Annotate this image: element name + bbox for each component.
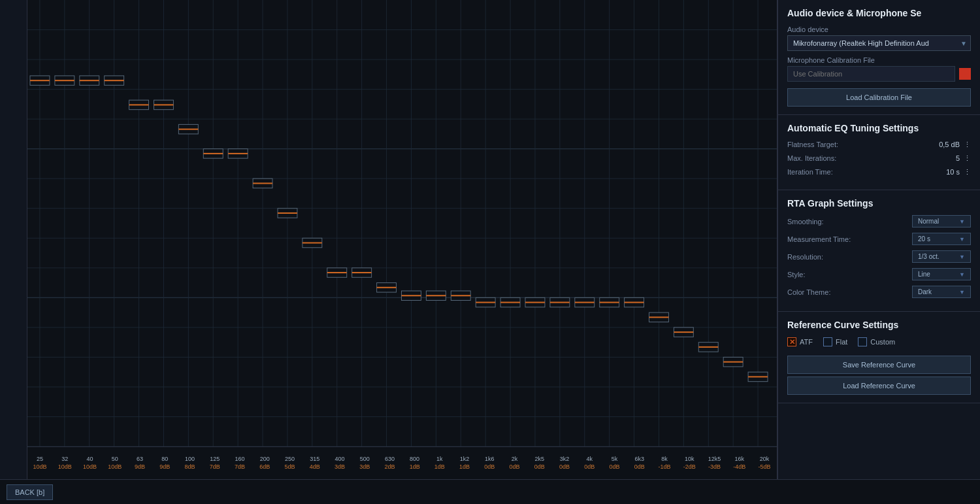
style-dropdown[interactable]: Line ▼ xyxy=(912,268,971,280)
eq-bar-28[interactable] xyxy=(723,357,743,366)
eq-bar-18[interactable] xyxy=(476,297,495,307)
gain-text-0: 10dB xyxy=(33,463,47,471)
audio-device-select-wrapper[interactable]: Mikrofonarray (Realtek High Definition A… xyxy=(787,35,971,51)
iterations-arrow: ⋮ xyxy=(964,154,971,163)
freq-text-5: 80 xyxy=(161,456,168,463)
gain-text-20: 0dB xyxy=(534,463,545,471)
eq-bar-11[interactable] xyxy=(302,238,322,247)
iterations-label: Max. Iterations: xyxy=(787,154,836,162)
graph-area: 2510dB3210dB4010dB5010dB639dB809dB1008dB… xyxy=(27,0,777,479)
measurement-dropdown-arrow: ▼ xyxy=(959,236,965,243)
eq-bar-27[interactable] xyxy=(698,343,718,352)
eq-graph-svg xyxy=(27,0,777,446)
eq-bar-25[interactable] xyxy=(649,312,669,322)
calibration-indicator xyxy=(959,68,971,80)
resolution-value: 1/3 oct. xyxy=(918,253,939,260)
iterations-value-wrapper[interactable]: 5 ⋮ xyxy=(956,154,971,163)
freq-text-24: 6k3 xyxy=(634,456,644,463)
eq-bar-20[interactable] xyxy=(525,297,545,307)
eq-bar-8[interactable] xyxy=(228,149,248,158)
iteration-time-row: Iteration Time: 10 s ⋮ xyxy=(787,168,971,176)
reference-checkbox-row: ✕ ATF Flat Custom xyxy=(787,337,971,346)
eq-bar-19[interactable] xyxy=(500,297,520,307)
gain-text-9: 6dB xyxy=(259,463,270,471)
freq-text-26: 10k xyxy=(685,456,694,463)
freq-label-0: 2510dB xyxy=(27,447,52,479)
eq-bar-10[interactable] xyxy=(278,209,297,218)
resolution-dropdown[interactable]: 1/3 oct. ▼ xyxy=(912,250,971,263)
freq-label-20: 2k50dB xyxy=(527,447,552,479)
color-theme-dropdown[interactable]: Dark ▼ xyxy=(912,286,971,298)
freq-label-7: 1257dB xyxy=(203,447,227,479)
gain-text-28: -4dB xyxy=(733,463,745,471)
freq-text-8: 160 xyxy=(235,456,244,463)
gain-text-26: -2dB xyxy=(683,463,696,471)
eq-bar-14[interactable] xyxy=(377,283,397,292)
load-reference-btn[interactable]: Load Reference Curve xyxy=(787,377,971,395)
freq-text-27: 12k5 xyxy=(708,456,721,463)
gain-text-13: 3dB xyxy=(359,463,370,471)
custom-checkbox[interactable]: Custom xyxy=(858,337,895,346)
calibration-input[interactable] xyxy=(787,66,955,82)
flat-checkbox[interactable]: Flat xyxy=(823,337,847,346)
freq-label-19: 2k0dB xyxy=(502,447,527,479)
gain-text-23: 0dB xyxy=(610,463,620,471)
freq-text-25: 8k xyxy=(661,456,668,463)
eq-bar-2[interactable] xyxy=(80,76,99,85)
resolution-dropdown-arrow: ▼ xyxy=(959,254,965,260)
freq-label-4: 639dB xyxy=(127,447,152,479)
eq-bar-22[interactable] xyxy=(575,297,595,307)
eq-bar-12[interactable] xyxy=(327,268,347,277)
eq-bar-16[interactable] xyxy=(426,291,446,300)
freq-label-28: 16k-4dB xyxy=(727,447,752,479)
freq-label-11: 3154dB xyxy=(302,447,327,479)
iteration-time-value-wrapper[interactable]: 10 s ⋮ xyxy=(946,168,971,176)
eq-bar-3[interactable] xyxy=(105,76,124,85)
calibration-input-row xyxy=(787,66,971,82)
iteration-time-value: 10 s xyxy=(946,168,960,176)
freq-label-14: 6302dB xyxy=(377,447,402,479)
eq-bar-7[interactable] xyxy=(203,149,223,158)
flatness-value-wrapper[interactable]: 0,5 dB ⋮ xyxy=(939,141,971,149)
eq-bar-26[interactable] xyxy=(674,328,693,337)
back-button[interactable]: BACK [b] xyxy=(7,484,53,500)
eq-bar-9[interactable] xyxy=(253,178,272,188)
gain-text-4: 9dB xyxy=(135,463,145,471)
eq-bar-15[interactable] xyxy=(402,291,421,300)
freq-text-20: 2k5 xyxy=(535,456,545,463)
gain-text-14: 2dB xyxy=(384,463,395,471)
audio-device-select[interactable]: Mikrofonarray (Realtek High Definition A… xyxy=(787,35,971,51)
atf-checkbox[interactable]: ✕ ATF xyxy=(787,337,813,346)
smoothing-dropdown[interactable]: Normal ▼ xyxy=(912,215,971,227)
eq-bar-23[interactable] xyxy=(600,297,619,307)
eq-bar-4[interactable] xyxy=(129,100,149,109)
freq-text-18: 1k6 xyxy=(485,456,495,463)
eq-bar-17[interactable] xyxy=(451,291,470,300)
color-theme-label: Color Theme: xyxy=(787,288,830,296)
eq-bar-24[interactable] xyxy=(625,297,644,307)
flatness-value: 0,5 dB xyxy=(939,141,960,148)
gain-text-22: 0dB xyxy=(584,463,595,471)
smoothing-label: Smoothing: xyxy=(787,218,824,226)
eq-bar-5[interactable] xyxy=(154,100,173,109)
iteration-time-label: Iteration Time: xyxy=(787,168,833,176)
gain-text-25: -1dB xyxy=(658,463,670,471)
measurement-dropdown[interactable]: 20 s ▼ xyxy=(912,233,971,245)
eq-bar-21[interactable] xyxy=(550,297,570,307)
eq-bar-29[interactable] xyxy=(748,372,768,381)
gain-text-7: 7dB xyxy=(210,463,220,471)
gain-text-15: 1dB xyxy=(410,463,420,471)
save-reference-btn[interactable]: Save Reference Curve xyxy=(787,356,971,374)
color-theme-row: Color Theme: Dark ▼ xyxy=(787,286,971,298)
gain-text-16: 1dB xyxy=(434,463,445,471)
eq-bar-1[interactable] xyxy=(55,76,74,85)
freq-text-23: 5k xyxy=(612,456,618,463)
style-label: Style: xyxy=(787,271,806,278)
eq-bar-0[interactable] xyxy=(30,76,50,85)
flat-checkbox-box xyxy=(823,337,832,346)
gain-text-24: 0dB xyxy=(634,463,645,471)
eq-bar-6[interactable] xyxy=(178,124,198,133)
eq-bar-13[interactable] xyxy=(352,268,372,277)
load-calibration-btn[interactable]: Load Calibration File xyxy=(787,88,971,107)
freq-label-5: 809dB xyxy=(152,447,177,479)
